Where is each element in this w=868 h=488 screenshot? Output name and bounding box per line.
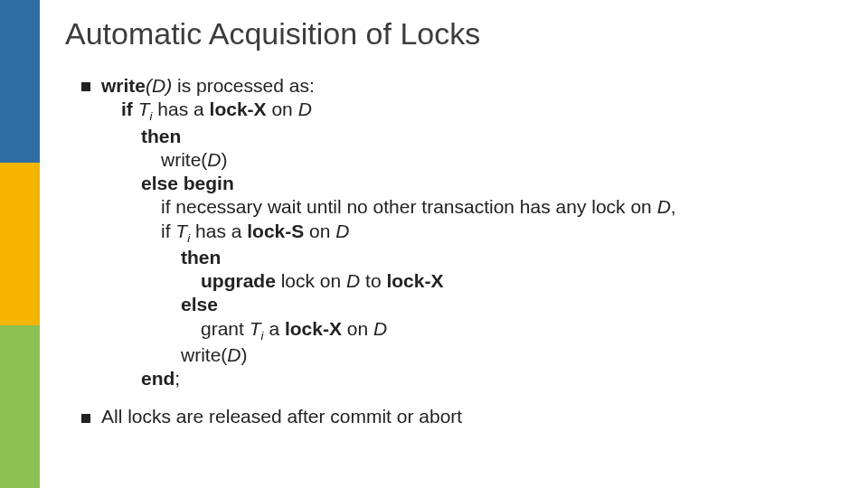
lead-tail: is processed as: [172,75,315,96]
bullet-1: write(D) is processed as: if Ti has a lo… [81,74,841,390]
pseudocode-block: write(D) is processed as: if Ti has a lo… [101,74,841,390]
code-line: write(D) [101,148,841,172]
txt: grant [201,318,250,339]
kw-lockx: lock-X [386,270,443,291]
var-d: D [298,99,312,119]
code-line: else begin [101,172,841,195]
code-line: then [101,246,841,269]
code-line: if necessary wait until no other transac… [101,195,841,219]
code-line: upgrade lock on D to lock-X [101,269,841,293]
kw-else: else [141,173,178,193]
var-d: D [373,318,387,339]
var-t: T [250,318,261,339]
kw-end: end [141,368,175,389]
txt: has a [190,221,247,241]
code-line: then [101,125,841,148]
page-title: Automatic Acquisition of Locks [65,16,480,52]
paren: ) [241,344,248,365]
code-line: write(D) is processed as: [101,74,841,98]
content-area: write(D) is processed as: if Ti has a lo… [81,74,841,444]
txt: has a [153,99,210,119]
stripe-gold [0,163,40,325]
txt: to [360,270,386,291]
slide: Automatic Acquisition of Locks write(D) … [0,0,868,488]
kw-upgrade: upgrade [201,270,276,291]
bullet-text: All locks are released after commit or a… [101,406,462,427]
txt: ; [175,368,180,389]
var-d: D [335,221,349,241]
kw-lockx: lock-X [210,99,267,119]
kw-else: else [181,294,218,314]
fn-write: write [181,344,221,365]
txt: , [671,196,676,217]
txt: on [304,221,335,241]
stripe-blue [0,0,40,163]
fn-write: write [161,149,201,170]
kw-begin: begin [184,173,234,193]
stripe-green [0,325,40,488]
kw-locks: lock-S [247,221,304,241]
var-t: T [175,221,187,241]
kw-lockx: lock-X [285,318,342,339]
kw-write: write [101,75,146,96]
txt: lock on [276,270,346,291]
code-line: write(D) [101,343,841,367]
arg-d: (D) [146,75,172,96]
code-line: end; [101,367,841,390]
txt: a [264,318,285,339]
bullet-2: All locks are released after commit or a… [81,405,841,428]
var-t: T [138,99,150,119]
code-line: if Ti has a lock-S on D [101,220,841,246]
var-d: D [657,196,671,217]
kw-then: then [141,126,181,146]
var-d: D [346,270,360,291]
kw-then: then [181,247,221,267]
var-d: D [207,149,221,170]
code-line: if Ti has a lock-X on D [101,98,841,124]
var-d: D [227,344,241,365]
kw-if: if [121,99,138,119]
txt: if [161,221,175,241]
txt: if necessary wait until no other transac… [161,196,657,217]
code-line: else [101,293,841,316]
txt: on [342,318,373,339]
paren: ) [222,149,228,170]
txt: on [267,99,298,119]
code-line: grant Ti a lock-X on D [101,317,841,343]
